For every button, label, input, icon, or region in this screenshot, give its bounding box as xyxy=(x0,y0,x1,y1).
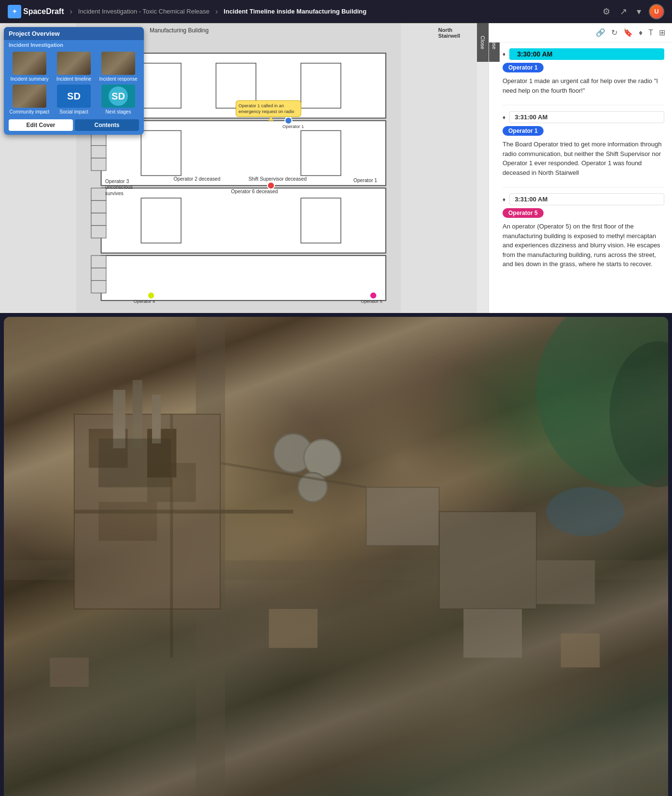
logo[interactable]: ✦ SpaceDraft xyxy=(8,5,64,18)
po-label-community: Community impact xyxy=(10,109,50,114)
share-icon[interactable]: ↗ xyxy=(618,4,629,19)
tl-time-row-3: ♦ 3:31:00 AM xyxy=(503,193,664,205)
svg-rect-15 xyxy=(91,226,106,238)
bookmark-icon[interactable]: 🔖 xyxy=(622,27,634,38)
top-navigation: ✦ SpaceDraft › Incident Investigation - … xyxy=(0,0,672,23)
svg-rect-20 xyxy=(141,63,181,108)
operator-badge-3: Operator 5 xyxy=(503,208,544,218)
po-item-community[interactable]: Community impact xyxy=(9,85,50,114)
svg-point-55 xyxy=(304,440,341,477)
diamond-icon-2: ♦ xyxy=(503,114,505,121)
svg-text:Operator 1: Operator 1 xyxy=(353,178,378,183)
tl-divider-1 xyxy=(503,105,664,105)
aerial-structures-svg xyxy=(4,317,668,796)
po-item-nextstages[interactable]: SD Next stages xyxy=(98,85,139,114)
thumb-img-summary xyxy=(13,52,46,75)
building-label: Manufacturing Building xyxy=(150,27,209,34)
contents-button[interactable]: Contents xyxy=(75,119,139,131)
nav-actions: ⚙ ↗ ▾ U xyxy=(601,4,664,19)
svg-text:emergency request on radio: emergency request on radio xyxy=(238,109,294,114)
main-top-section: ✏ 📍 Project Overview Incident Investigat… xyxy=(0,23,672,313)
svg-text:Operator 3: Operator 3 xyxy=(105,179,129,184)
svg-rect-53 xyxy=(152,395,161,443)
edit-cover-button[interactable]: Edit Cover xyxy=(9,119,73,131)
refresh-icon[interactable]: ↻ xyxy=(610,27,618,38)
settings-icon[interactable]: ⚙ xyxy=(601,4,612,19)
aerial-photo-section xyxy=(4,317,668,796)
thumb-img-timeline xyxy=(57,52,91,75)
timeline-entry-1: ♦ 3:30:00 AM Operator 1 Operator 1 made … xyxy=(503,48,664,95)
text-icon[interactable]: T xyxy=(647,28,654,38)
avatar[interactable]: U xyxy=(649,4,664,19)
tl-text-3: An operator (Operator 5) on the first fl… xyxy=(503,222,664,269)
svg-rect-9 xyxy=(91,145,106,158)
svg-text:Operator 4: Operator 4 xyxy=(134,299,155,304)
grid-icon[interactable]: ⊞ xyxy=(658,27,666,38)
svg-point-69 xyxy=(546,487,624,536)
breadcrumb-sep-2: › xyxy=(215,7,218,16)
breadcrumb-2: Incident Timeline inside Manufacturing B… xyxy=(224,8,366,15)
po-thumb-response xyxy=(101,52,135,75)
timeline-entry-2: ♦ 3:31:00 AM Operator 1 The Board Operat… xyxy=(503,111,664,177)
svg-rect-60 xyxy=(50,658,89,687)
tl-text-1: Operator 1 made an urgent call for help … xyxy=(503,76,664,95)
po-title: Project Overview xyxy=(9,30,60,37)
timeline-content: ♦ 3:30:00 AM Operator 1 Operator 1 made … xyxy=(489,43,672,286)
po-label-nextstages: Next stages xyxy=(106,109,131,114)
po-label-social: Social impact xyxy=(59,109,88,114)
svg-rect-26 xyxy=(301,198,341,243)
po-item-summary[interactable]: Incident summary xyxy=(9,52,50,82)
po-item-timeline[interactable]: Incident timeline xyxy=(53,52,95,82)
marker-icon[interactable]: ♦ xyxy=(638,28,644,38)
po-item-response[interactable]: Incident response xyxy=(98,52,139,82)
breadcrumb-1[interactable]: Incident Investigation - Toxic Chemical … xyxy=(78,8,210,15)
svg-rect-16 xyxy=(101,256,386,300)
po-thumb-community xyxy=(13,85,46,108)
svg-point-30 xyxy=(370,292,377,299)
tl-time-row-1: ♦ 3:30:00 AM xyxy=(503,48,664,60)
tl-time-2: 3:31:00 AM xyxy=(509,111,664,123)
svg-rect-58 xyxy=(439,512,537,609)
po-subtitle: Incident Investigation xyxy=(4,40,144,49)
operator-badge-1: Operator 1 xyxy=(503,63,544,72)
diamond-icon-3: ♦ xyxy=(503,196,505,203)
share-dropdown-icon[interactable]: ▾ xyxy=(635,4,643,19)
link-icon[interactable]: 🔗 xyxy=(595,27,606,38)
tl-divider-2 xyxy=(503,187,664,187)
svg-rect-8 xyxy=(91,133,106,146)
map-panel: ✏ 📍 Project Overview Incident Investigat… xyxy=(0,23,489,313)
svg-text:Operator 6 deceased: Operator 6 deceased xyxy=(231,189,278,194)
svg-point-27 xyxy=(285,117,292,124)
svg-text:Operator 1: Operator 1 xyxy=(282,124,304,129)
diamond-icon-1: ♦ xyxy=(503,51,505,57)
po-grid: Incident summary Incident timeline Incid… xyxy=(4,49,144,116)
svg-rect-57 xyxy=(366,487,439,546)
svg-rect-13 xyxy=(91,200,106,213)
svg-rect-52 xyxy=(133,380,142,448)
tl-time-1: 3:30:00 AM xyxy=(509,48,664,60)
svg-rect-59 xyxy=(463,609,522,658)
svg-rect-10 xyxy=(91,158,106,171)
svg-rect-19 xyxy=(91,281,106,293)
po-item-social[interactable]: SD Social impact xyxy=(53,85,95,114)
svg-text:survives: survives xyxy=(105,191,124,196)
logo-text: SpaceDraft xyxy=(23,7,64,16)
svg-rect-12 xyxy=(91,188,106,200)
svg-rect-22 xyxy=(301,63,341,108)
svg-text:Operator 1 called in an: Operator 1 called in an xyxy=(238,103,284,108)
close-map-button[interactable]: Close xyxy=(477,23,489,62)
svg-text:Operator 5: Operator 5 xyxy=(361,299,382,304)
svg-point-29 xyxy=(148,292,154,299)
svg-rect-24 xyxy=(301,130,341,175)
svg-text:Shift Supervisor deceased: Shift Supervisor deceased xyxy=(249,176,307,182)
svg-rect-25 xyxy=(141,198,181,243)
svg-rect-18 xyxy=(91,268,106,281)
po-thumb-summary xyxy=(13,52,46,75)
tl-time-3: 3:31:00 AM xyxy=(509,193,664,205)
po-thumb-social: SD xyxy=(57,85,91,108)
po-label-timeline: Incident timeline xyxy=(56,76,91,82)
sd-icon-social: SD xyxy=(64,86,84,106)
po-thumb-nextstages: SD xyxy=(101,85,135,108)
svg-rect-23 xyxy=(141,130,181,175)
timeline-entry-3: ♦ 3:31:00 AM Operator 5 An operator (Ope… xyxy=(503,193,664,269)
